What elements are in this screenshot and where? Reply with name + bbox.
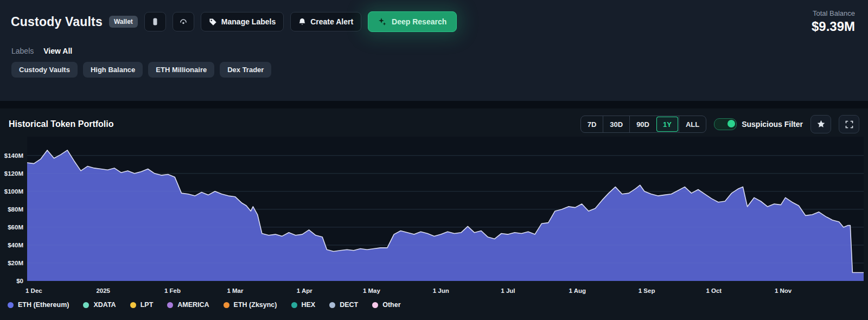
chart-legend: ETH (Ethereum)XDATALPTAMERICAETH (Zksync…: [8, 301, 401, 309]
x-axis-label: 1 May: [363, 287, 381, 294]
legend-item[interactable]: AMERICA: [167, 301, 209, 309]
x-axis-label: 1 Dec: [25, 287, 42, 294]
legend-dot: [372, 302, 378, 308]
label-chips: Custody VaultsHigh BalanceETH Millionair…: [11, 62, 271, 78]
y-axis-label: $100M: [4, 188, 23, 195]
copy-icon: [151, 17, 159, 26]
suspicious-filter: Suspicious Filter: [714, 118, 803, 130]
label-chip[interactable]: ETH Millionaire: [148, 62, 214, 78]
labels-title: Labels: [11, 47, 34, 55]
chart-panel: Historical Token Portfolio 7D30D90D1YALL…: [0, 108, 868, 320]
range-button-all[interactable]: ALL: [679, 116, 706, 132]
y-axis-label: $20M: [8, 260, 23, 266]
range-button-1y[interactable]: 1Y: [656, 117, 678, 132]
y-axis-label: $120M: [4, 170, 23, 177]
toggle-knob: [727, 120, 735, 127]
favorite-button[interactable]: [810, 115, 831, 133]
legend-dot: [130, 302, 136, 308]
suspicious-filter-toggle[interactable]: [714, 118, 737, 130]
legend-dot: [8, 302, 14, 308]
y-axis-label: $140M: [4, 152, 23, 159]
chart-panel-header: Historical Token Portfolio 7D30D90D1YALL…: [9, 115, 859, 133]
radar-icon: [178, 17, 188, 26]
label-chip[interactable]: Dex Trader: [220, 62, 271, 78]
manage-labels-label: Manage Labels: [221, 17, 276, 26]
x-axis-label: 1 Jul: [501, 287, 515, 294]
x-axis-label: 1 Oct: [706, 287, 722, 294]
legend-dot: [224, 302, 229, 308]
legend-item[interactable]: ETH (Ethereum): [8, 301, 69, 309]
label-chip[interactable]: High Balance: [83, 62, 143, 78]
y-axis-label: $60M: [8, 224, 23, 231]
legend-item[interactable]: ETH (Zksync): [224, 301, 277, 309]
suspicious-filter-label: Suspicious Filter: [742, 120, 803, 129]
legend-label: XDATA: [93, 301, 116, 309]
x-axis-label: 1 Sep: [639, 287, 655, 294]
label-chip[interactable]: Custody Vaults: [11, 62, 78, 78]
legend-label: Other: [382, 301, 400, 309]
x-axis-label: 1 Nov: [775, 287, 792, 294]
top-section: Custody Vaults Wallet Manage Labels: [0, 0, 868, 101]
range-button-90d[interactable]: 90D: [629, 116, 656, 132]
x-axis-label: 1 Apr: [297, 287, 312, 294]
legend-dot: [329, 302, 335, 308]
view-all-link[interactable]: View All: [43, 47, 72, 55]
x-axis-label: 1 Mar: [227, 287, 244, 294]
legend-item[interactable]: LPT: [130, 301, 154, 309]
legend-dot: [291, 302, 297, 308]
x-axis-label: 1 Aug: [569, 287, 586, 294]
chart-controls: 7D30D90D1YALL Suspicious Filter: [580, 115, 859, 133]
range-button-30d[interactable]: 30D: [603, 116, 629, 132]
legend-label: DECT: [340, 301, 358, 309]
chart-title: Historical Token Portfolio: [9, 119, 114, 129]
x-axis-label: 2025: [96, 287, 110, 294]
x-axis-label: 1 Jun: [433, 287, 449, 294]
legend-item[interactable]: HEX: [291, 301, 316, 309]
total-balance-block: Total Balance $9.39M: [812, 9, 855, 34]
total-balance-value: $9.39M: [812, 19, 855, 34]
copy-address-button[interactable]: [144, 12, 166, 31]
create-alert-button[interactable]: Create Alert: [290, 12, 361, 31]
fullscreen-icon: [845, 120, 853, 129]
legend-label: ETH (Ethereum): [18, 301, 69, 309]
deep-research-label: Deep Research: [392, 17, 446, 26]
manage-labels-button[interactable]: Manage Labels: [201, 12, 284, 31]
legend-item[interactable]: Other: [372, 301, 400, 309]
legend-label: HEX: [302, 301, 316, 309]
y-axis-label: $80M: [8, 206, 23, 213]
deep-research-button[interactable]: Deep Research: [368, 11, 457, 32]
y-axis-label: $0: [16, 278, 23, 284]
range-selector: 7D30D90D1YALL: [580, 116, 707, 133]
legend-label: ETH (Zksync): [234, 301, 277, 309]
bell-icon: [298, 18, 306, 26]
legend-label: AMERICA: [177, 301, 209, 309]
create-alert-label: Create Alert: [310, 17, 353, 26]
range-button-7d[interactable]: 7D: [581, 116, 603, 132]
page-title: Custody Vaults: [11, 15, 103, 29]
header-row: Custody Vaults Wallet Manage Labels: [11, 9, 855, 34]
star-icon: [816, 120, 826, 129]
total-balance-label: Total Balance: [812, 9, 855, 17]
wallet-badge: Wallet: [109, 16, 138, 28]
y-axis-label: $40M: [8, 242, 23, 248]
tag-icon: [209, 18, 217, 26]
legend-item[interactable]: XDATA: [83, 301, 116, 309]
legend-dot: [167, 302, 173, 308]
portfolio-area-chart[interactable]: $140M$120M$100M$80M$60M$40M$20M$01 Dec20…: [0, 137, 868, 299]
legend-item[interactable]: DECT: [329, 301, 358, 309]
x-axis-label: 1 Feb: [164, 287, 181, 294]
legend-dot: [83, 302, 89, 308]
sparkles-icon: [378, 17, 387, 26]
legend-label: LPT: [141, 301, 154, 309]
fullscreen-button[interactable]: [839, 115, 859, 133]
labels-row: Labels View All: [11, 47, 72, 55]
watch-wallet-button[interactable]: [173, 12, 194, 31]
